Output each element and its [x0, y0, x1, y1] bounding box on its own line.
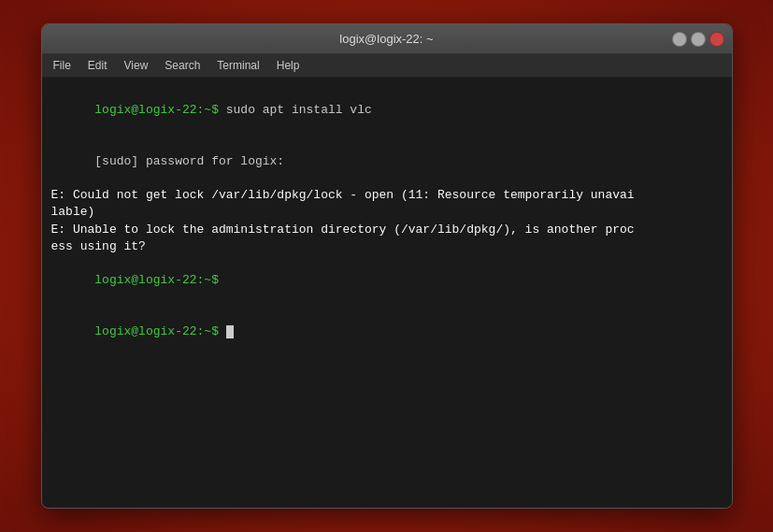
menu-file[interactable]: File: [48, 57, 77, 74]
window-title: logix@logix-22: ~: [339, 32, 433, 46]
menu-edit[interactable]: Edit: [82, 57, 113, 74]
terminal-line-5: logix@logix-22:~$: [51, 255, 723, 307]
menu-terminal[interactable]: Terminal: [211, 57, 265, 74]
prompt-1: logix@logix-22:~$: [94, 103, 219, 117]
menubar: File Edit View Search Terminal Help: [42, 54, 732, 78]
terminal-line-3: E: Could not get lock /var/lib/dpkg/lock…: [51, 187, 723, 221]
titlebar: logix@logix-22: ~: [42, 24, 732, 54]
command-1: sudo apt install vlc: [219, 103, 372, 117]
cursor-space: [219, 324, 226, 338]
sudo-password-prompt: [sudo] password for logix:: [94, 154, 284, 168]
menu-search[interactable]: Search: [159, 57, 206, 74]
menu-view[interactable]: View: [119, 57, 154, 74]
close-button[interactable]: [709, 32, 724, 47]
menu-help[interactable]: Help: [271, 57, 306, 74]
minimize-button[interactable]: [672, 32, 687, 47]
window-controls: [672, 32, 724, 47]
terminal-body[interactable]: logix@logix-22:~$ sudo apt install vlc […: [42, 78, 732, 508]
terminal-line-6: logix@logix-22:~$: [51, 306, 723, 357]
prompt-2: logix@logix-22:~$: [94, 273, 219, 287]
terminal-window: logix@logix-22: ~ File Edit View Search …: [41, 23, 733, 509]
maximize-button[interactable]: [691, 32, 706, 47]
terminal-cursor: [226, 325, 234, 338]
terminal-line-1: logix@logix-22:~$ sudo apt install vlc: [51, 85, 723, 137]
terminal-line-2: [sudo] password for logix:: [51, 137, 723, 188]
prompt-3: logix@logix-22:~$: [94, 324, 219, 338]
terminal-line-4: E: Unable to lock the administration dir…: [51, 222, 723, 255]
